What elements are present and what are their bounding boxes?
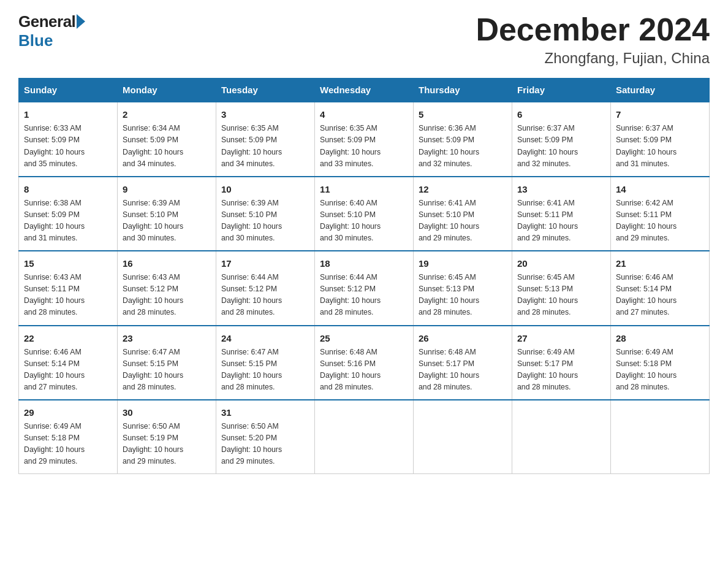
calendar-cell: 1Sunrise: 6:33 AM Sunset: 5:09 PM Daylig… [19, 102, 118, 176]
day-number: 7 [616, 107, 704, 121]
day-info: Sunrise: 6:45 AM Sunset: 5:13 PM Dayligh… [517, 272, 605, 318]
day-info: Sunrise: 6:36 AM Sunset: 5:09 PM Dayligh… [419, 123, 507, 169]
day-number: 17 [221, 256, 309, 270]
calendar-cell: 21Sunrise: 6:46 AM Sunset: 5:14 PM Dayli… [611, 251, 710, 325]
calendar-cell [611, 400, 710, 474]
day-info: Sunrise: 6:49 AM Sunset: 5:17 PM Dayligh… [517, 347, 605, 393]
day-info: Sunrise: 6:46 AM Sunset: 5:14 PM Dayligh… [24, 347, 112, 393]
calendar-cell [414, 400, 512, 474]
day-number: 6 [517, 107, 605, 121]
day-info: Sunrise: 6:37 AM Sunset: 5:09 PM Dayligh… [616, 123, 704, 169]
calendar-cell: 20Sunrise: 6:45 AM Sunset: 5:13 PM Dayli… [512, 251, 611, 325]
day-number: 25 [320, 331, 408, 345]
logo-general-text: General [18, 12, 75, 31]
page-header: General Blue December 2024 Zhongfang, Fu… [18, 12, 710, 67]
day-number: 26 [419, 331, 507, 345]
day-number: 16 [123, 256, 211, 270]
calendar-cell: 28Sunrise: 6:49 AM Sunset: 5:18 PM Dayli… [611, 326, 710, 400]
weekday-header-thursday: Thursday [414, 79, 512, 102]
calendar-cell: 22Sunrise: 6:46 AM Sunset: 5:14 PM Dayli… [19, 326, 118, 400]
calendar-cell: 10Sunrise: 6:39 AM Sunset: 5:10 PM Dayli… [216, 177, 315, 251]
month-title: December 2024 [476, 12, 710, 47]
day-info: Sunrise: 6:41 AM Sunset: 5:10 PM Dayligh… [419, 197, 507, 244]
day-number: 28 [616, 331, 704, 345]
calendar-cell: 2Sunrise: 6:34 AM Sunset: 5:09 PM Daylig… [118, 102, 216, 176]
day-info: Sunrise: 6:35 AM Sunset: 5:09 PM Dayligh… [320, 123, 408, 169]
day-number: 29 [24, 405, 112, 419]
calendar-cell: 9Sunrise: 6:39 AM Sunset: 5:10 PM Daylig… [118, 177, 216, 251]
day-number: 4 [320, 107, 408, 121]
calendar-cell: 24Sunrise: 6:47 AM Sunset: 5:15 PM Dayli… [216, 326, 315, 400]
day-number: 21 [616, 256, 704, 270]
calendar-cell: 4Sunrise: 6:35 AM Sunset: 5:09 PM Daylig… [315, 102, 414, 176]
day-info: Sunrise: 6:37 AM Sunset: 5:09 PM Dayligh… [517, 123, 605, 169]
day-number: 22 [24, 331, 112, 345]
day-info: Sunrise: 6:35 AM Sunset: 5:09 PM Dayligh… [221, 123, 309, 169]
day-number: 19 [419, 256, 507, 270]
day-number: 3 [221, 107, 309, 121]
day-number: 15 [24, 256, 112, 270]
day-info: Sunrise: 6:39 AM Sunset: 5:10 PM Dayligh… [221, 197, 309, 244]
day-number: 14 [616, 182, 704, 196]
calendar-cell: 11Sunrise: 6:40 AM Sunset: 5:10 PM Dayli… [315, 177, 414, 251]
calendar-cell: 29Sunrise: 6:49 AM Sunset: 5:18 PM Dayli… [19, 400, 118, 474]
weekday-header-monday: Monday [118, 79, 216, 102]
logo-blue-text: Blue [18, 31, 53, 50]
calendar-cell: 17Sunrise: 6:44 AM Sunset: 5:12 PM Dayli… [216, 251, 315, 325]
weekday-header-friday: Friday [512, 79, 611, 102]
day-info: Sunrise: 6:42 AM Sunset: 5:11 PM Dayligh… [616, 197, 704, 244]
calendar-cell: 16Sunrise: 6:43 AM Sunset: 5:12 PM Dayli… [118, 251, 216, 325]
calendar-cell: 8Sunrise: 6:38 AM Sunset: 5:09 PM Daylig… [19, 177, 118, 251]
logo-arrow-icon [77, 14, 85, 29]
calendar-cell: 26Sunrise: 6:48 AM Sunset: 5:17 PM Dayli… [414, 326, 512, 400]
day-number: 8 [24, 182, 112, 196]
day-info: Sunrise: 6:43 AM Sunset: 5:11 PM Dayligh… [24, 272, 112, 318]
day-number: 23 [123, 331, 211, 345]
day-info: Sunrise: 6:48 AM Sunset: 5:16 PM Dayligh… [320, 347, 408, 393]
calendar-cell: 30Sunrise: 6:50 AM Sunset: 5:19 PM Dayli… [118, 400, 216, 474]
day-number: 11 [320, 182, 408, 196]
day-number: 9 [123, 182, 211, 196]
day-info: Sunrise: 6:49 AM Sunset: 5:18 PM Dayligh… [24, 421, 112, 467]
day-number: 30 [123, 405, 211, 419]
day-info: Sunrise: 6:41 AM Sunset: 5:11 PM Dayligh… [517, 197, 605, 244]
calendar-week-row: 15Sunrise: 6:43 AM Sunset: 5:11 PM Dayli… [19, 251, 710, 325]
day-number: 31 [221, 405, 309, 419]
calendar-cell: 12Sunrise: 6:41 AM Sunset: 5:10 PM Dayli… [414, 177, 512, 251]
calendar-cell: 23Sunrise: 6:47 AM Sunset: 5:15 PM Dayli… [118, 326, 216, 400]
calendar-week-row: 29Sunrise: 6:49 AM Sunset: 5:18 PM Dayli… [19, 400, 710, 474]
calendar-cell: 3Sunrise: 6:35 AM Sunset: 5:09 PM Daylig… [216, 102, 315, 176]
day-info: Sunrise: 6:47 AM Sunset: 5:15 PM Dayligh… [123, 347, 211, 393]
title-section: December 2024 Zhongfang, Fujian, China [476, 12, 710, 67]
day-info: Sunrise: 6:38 AM Sunset: 5:09 PM Dayligh… [24, 197, 112, 244]
calendar-cell: 5Sunrise: 6:36 AM Sunset: 5:09 PM Daylig… [414, 102, 512, 176]
calendar-cell [315, 400, 414, 474]
calendar-cell: 25Sunrise: 6:48 AM Sunset: 5:16 PM Dayli… [315, 326, 414, 400]
calendar-cell: 6Sunrise: 6:37 AM Sunset: 5:09 PM Daylig… [512, 102, 611, 176]
day-info: Sunrise: 6:39 AM Sunset: 5:10 PM Dayligh… [123, 197, 211, 244]
weekday-header-sunday: Sunday [19, 79, 118, 102]
day-info: Sunrise: 6:43 AM Sunset: 5:12 PM Dayligh… [123, 272, 211, 318]
calendar-cell: 13Sunrise: 6:41 AM Sunset: 5:11 PM Dayli… [512, 177, 611, 251]
day-info: Sunrise: 6:44 AM Sunset: 5:12 PM Dayligh… [221, 272, 309, 318]
day-number: 2 [123, 107, 211, 121]
day-number: 20 [517, 256, 605, 270]
day-info: Sunrise: 6:46 AM Sunset: 5:14 PM Dayligh… [616, 272, 704, 318]
calendar-cell [512, 400, 611, 474]
logo: General Blue [18, 12, 85, 50]
day-info: Sunrise: 6:49 AM Sunset: 5:18 PM Dayligh… [616, 347, 704, 393]
day-info: Sunrise: 6:47 AM Sunset: 5:15 PM Dayligh… [221, 347, 309, 393]
calendar-week-row: 8Sunrise: 6:38 AM Sunset: 5:09 PM Daylig… [19, 177, 710, 251]
calendar-cell: 27Sunrise: 6:49 AM Sunset: 5:17 PM Dayli… [512, 326, 611, 400]
day-info: Sunrise: 6:50 AM Sunset: 5:20 PM Dayligh… [221, 421, 309, 467]
calendar-cell: 18Sunrise: 6:44 AM Sunset: 5:12 PM Dayli… [315, 251, 414, 325]
day-info: Sunrise: 6:33 AM Sunset: 5:09 PM Dayligh… [24, 123, 112, 169]
day-info: Sunrise: 6:48 AM Sunset: 5:17 PM Dayligh… [419, 347, 507, 393]
weekday-header-tuesday: Tuesday [216, 79, 315, 102]
calendar-cell: 19Sunrise: 6:45 AM Sunset: 5:13 PM Dayli… [414, 251, 512, 325]
calendar-week-row: 22Sunrise: 6:46 AM Sunset: 5:14 PM Dayli… [19, 326, 710, 400]
calendar-cell: 15Sunrise: 6:43 AM Sunset: 5:11 PM Dayli… [19, 251, 118, 325]
day-info: Sunrise: 6:44 AM Sunset: 5:12 PM Dayligh… [320, 272, 408, 318]
calendar-table: SundayMondayTuesdayWednesdayThursdayFrid… [18, 78, 710, 474]
day-info: Sunrise: 6:50 AM Sunset: 5:19 PM Dayligh… [123, 421, 211, 467]
